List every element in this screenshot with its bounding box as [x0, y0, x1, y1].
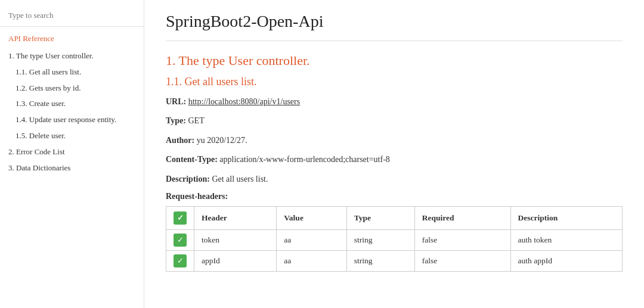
sidebar-item-1-5[interactable]: 1.5. Delete user.	[0, 128, 144, 144]
search-input[interactable]	[0, 7, 144, 24]
sidebar-item-1-1[interactable]: 1.1. Get all users list.	[0, 64, 144, 80]
page-title: SpringBoot2-Open-Api	[166, 12, 623, 41]
row-value: aa	[277, 250, 346, 271]
author-value: yu 2020/12/27.	[197, 136, 247, 145]
sidebar-item-3[interactable]: 3. Data Dictionaries	[0, 160, 144, 176]
table-col-description: Description	[510, 206, 622, 229]
author-field: Author: yu 2020/12/27.	[166, 134, 623, 147]
row-description: auth appId	[510, 250, 622, 271]
type-field: Type: GET	[166, 114, 623, 127]
description-value: Get all users list.	[212, 175, 268, 183]
description-label: Description:	[166, 175, 210, 183]
row-check-cell: ✓	[166, 229, 194, 250]
content-type-value: application/x-www-form-urlencoded;charse…	[219, 155, 389, 164]
row-header: appId	[194, 250, 277, 271]
row-type: string	[346, 250, 414, 271]
sidebar-item-2[interactable]: 2. Error Code List	[0, 144, 144, 160]
main-content: SpringBoot2-Open-Api 1. The type User co…	[144, 0, 644, 308]
table-row: ✓ token aa string false auth token	[166, 229, 623, 250]
row-value: aa	[277, 229, 346, 250]
row-required: false	[414, 250, 510, 271]
request-headers-label: Request-headers:	[166, 192, 623, 201]
table-col-type: Type	[346, 206, 414, 229]
sidebar-divider	[0, 26, 144, 27]
url-label: URL:	[166, 97, 186, 106]
url-field: URL: http://localhost:8080/api/v1/users	[166, 95, 623, 108]
section1-title: 1. The type User controller.	[166, 53, 623, 69]
subsection1-title: 1.1. Get all users list.	[166, 76, 623, 88]
row-description: auth token	[510, 229, 622, 250]
type-label: Type:	[166, 116, 186, 125]
row-required: false	[414, 229, 510, 250]
row-type: string	[346, 229, 414, 250]
author-label: Author:	[166, 136, 194, 145]
table-row: ✓ appId aa string false auth appId	[166, 250, 623, 271]
table-col-required: Required	[414, 206, 510, 229]
type-value: GET	[188, 116, 204, 125]
table-col-header: Header	[194, 206, 277, 229]
header-check-icon: ✓	[174, 211, 187, 225]
sidebar-item-1-4[interactable]: 1.4. Update user response entity.	[0, 112, 144, 128]
sidebar-item-1-2[interactable]: 1.2. Gets users by id.	[0, 80, 144, 97]
sidebar-section-title: API Reference	[0, 32, 144, 48]
sidebar-item-1-3[interactable]: 1.3. Create user.	[0, 96, 144, 112]
table-col-check: ✓	[166, 206, 194, 229]
check-icon: ✓	[174, 254, 187, 267]
row-check-cell: ✓	[166, 250, 194, 271]
content-type-field: Content-Type: application/x-www-form-url…	[166, 153, 623, 166]
sidebar-item-1[interactable]: 1. The type User controller.	[0, 48, 144, 64]
request-headers-table: ✓ Header Value Type Required Description…	[166, 206, 623, 272]
content-type-label: Content-Type:	[166, 155, 218, 164]
sidebar: API Reference 1. The type User controlle…	[0, 0, 144, 308]
description-field: Description: Get all users list.	[166, 173, 623, 186]
url-link[interactable]: http://localhost:8080/api/v1/users	[188, 97, 300, 106]
row-header: token	[194, 229, 277, 250]
table-col-value: Value	[277, 206, 346, 229]
table-header-row: ✓ Header Value Type Required Description	[166, 206, 623, 229]
check-icon: ✓	[174, 234, 187, 247]
table-body: ✓ token aa string false auth token ✓ app…	[166, 229, 623, 271]
